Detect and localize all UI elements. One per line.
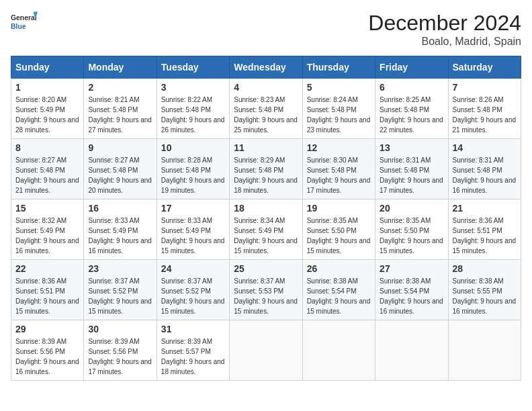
day-info: Sunrise: 8:31 AM Sunset: 5:48 PM Dayligh… bbox=[453, 155, 517, 195]
day-number: 23 bbox=[88, 263, 152, 274]
day-number: 25 bbox=[234, 263, 298, 274]
day-info: Sunrise: 8:33 AM Sunset: 5:49 PM Dayligh… bbox=[88, 216, 152, 256]
day-number: 13 bbox=[380, 142, 443, 153]
day-info: Sunrise: 8:30 AM Sunset: 5:48 PM Dayligh… bbox=[307, 155, 371, 195]
calendar-day-cell: 30 Sunrise: 8:39 AM Sunset: 5:56 PM Dayl… bbox=[84, 320, 157, 381]
logo-wave-icon: General Blue bbox=[11, 11, 38, 38]
day-number: 16 bbox=[88, 203, 152, 214]
calendar-day-cell: 26 Sunrise: 8:38 AM Sunset: 5:54 PM Dayl… bbox=[302, 260, 375, 320]
calendar-day-cell: 3 Sunrise: 8:22 AM Sunset: 5:48 PM Dayli… bbox=[157, 79, 229, 139]
calendar-header-row: Sunday Monday Tuesday Wednesday Thursday… bbox=[11, 56, 521, 79]
col-tuesday: Tuesday bbox=[157, 56, 229, 79]
calendar-day-cell: 12 Sunrise: 8:30 AM Sunset: 5:48 PM Dayl… bbox=[302, 139, 375, 199]
calendar-day-cell: 22 Sunrise: 8:36 AM Sunset: 5:51 PM Dayl… bbox=[11, 260, 84, 320]
day-info: Sunrise: 8:21 AM Sunset: 5:48 PM Dayligh… bbox=[88, 95, 152, 135]
day-number: 10 bbox=[161, 142, 225, 153]
day-info: Sunrise: 8:39 AM Sunset: 5:56 PM Dayligh… bbox=[15, 336, 79, 377]
calendar-day-cell: 7 Sunrise: 8:26 AM Sunset: 5:48 PM Dayli… bbox=[448, 79, 521, 139]
day-info: Sunrise: 8:36 AM Sunset: 5:51 PM Dayligh… bbox=[15, 276, 79, 316]
calendar-day-cell: 18 Sunrise: 8:34 AM Sunset: 5:49 PM Dayl… bbox=[230, 199, 302, 260]
calendar-day-cell: 16 Sunrise: 8:33 AM Sunset: 5:49 PM Dayl… bbox=[84, 199, 157, 260]
day-info: Sunrise: 8:31 AM Sunset: 5:48 PM Dayligh… bbox=[380, 155, 443, 195]
calendar-day-cell: 5 Sunrise: 8:24 AM Sunset: 5:48 PM Dayli… bbox=[302, 79, 375, 139]
day-info: Sunrise: 8:39 AM Sunset: 5:57 PM Dayligh… bbox=[161, 336, 225, 377]
day-number: 22 bbox=[15, 263, 79, 274]
calendar-day-cell bbox=[230, 320, 302, 381]
calendar-day-cell: 24 Sunrise: 8:37 AM Sunset: 5:52 PM Dayl… bbox=[157, 260, 229, 320]
day-info: Sunrise: 8:24 AM Sunset: 5:48 PM Dayligh… bbox=[307, 95, 371, 135]
day-info: Sunrise: 8:32 AM Sunset: 5:49 PM Dayligh… bbox=[15, 216, 79, 256]
calendar-day-cell: 28 Sunrise: 8:38 AM Sunset: 5:55 PM Dayl… bbox=[448, 260, 521, 320]
day-number: 24 bbox=[161, 263, 225, 274]
calendar-day-cell: 9 Sunrise: 8:27 AM Sunset: 5:48 PM Dayli… bbox=[84, 139, 157, 199]
day-info: Sunrise: 8:35 AM Sunset: 5:50 PM Dayligh… bbox=[380, 216, 443, 256]
svg-text:Blue: Blue bbox=[11, 23, 26, 30]
calendar-day-cell: 10 Sunrise: 8:28 AM Sunset: 5:48 PM Dayl… bbox=[157, 139, 229, 199]
calendar-day-cell: 15 Sunrise: 8:32 AM Sunset: 5:49 PM Dayl… bbox=[11, 199, 84, 260]
day-info: Sunrise: 8:39 AM Sunset: 5:56 PM Dayligh… bbox=[88, 336, 152, 377]
day-number: 7 bbox=[453, 82, 517, 93]
calendar-day-cell: 23 Sunrise: 8:37 AM Sunset: 5:52 PM Dayl… bbox=[84, 260, 157, 320]
day-number: 27 bbox=[380, 263, 443, 274]
day-info: Sunrise: 8:37 AM Sunset: 5:53 PM Dayligh… bbox=[234, 276, 298, 316]
day-number: 17 bbox=[161, 203, 225, 214]
day-number: 20 bbox=[380, 203, 443, 214]
day-number: 31 bbox=[161, 324, 225, 334]
svg-text:General: General bbox=[11, 14, 37, 21]
page-header: General Blue December 2024 Boalo, Madrid… bbox=[11, 11, 521, 48]
day-number: 21 bbox=[453, 203, 517, 214]
calendar-day-cell: 6 Sunrise: 8:25 AM Sunset: 5:48 PM Dayli… bbox=[375, 79, 448, 139]
day-number: 6 bbox=[380, 82, 443, 93]
calendar-week-row: 15 Sunrise: 8:32 AM Sunset: 5:49 PM Dayl… bbox=[11, 199, 521, 260]
calendar-week-row: 29 Sunrise: 8:39 AM Sunset: 5:56 PM Dayl… bbox=[11, 320, 521, 381]
day-info: Sunrise: 8:22 AM Sunset: 5:48 PM Dayligh… bbox=[161, 95, 225, 135]
day-number: 5 bbox=[307, 82, 371, 93]
col-wednesday: Wednesday bbox=[230, 56, 302, 79]
day-number: 29 bbox=[15, 324, 79, 334]
col-friday: Friday bbox=[375, 56, 448, 79]
calendar-day-cell bbox=[302, 320, 375, 381]
day-info: Sunrise: 8:37 AM Sunset: 5:52 PM Dayligh… bbox=[88, 276, 152, 316]
calendar-day-cell: 20 Sunrise: 8:35 AM Sunset: 5:50 PM Dayl… bbox=[375, 199, 448, 260]
calendar-day-cell bbox=[375, 320, 448, 381]
day-info: Sunrise: 8:38 AM Sunset: 5:54 PM Dayligh… bbox=[380, 276, 443, 316]
day-info: Sunrise: 8:34 AM Sunset: 5:49 PM Dayligh… bbox=[234, 216, 298, 256]
day-number: 11 bbox=[234, 142, 298, 153]
day-number: 18 bbox=[234, 203, 298, 214]
calendar-day-cell: 11 Sunrise: 8:29 AM Sunset: 5:48 PM Dayl… bbox=[230, 139, 302, 199]
day-number: 9 bbox=[88, 142, 152, 153]
calendar-day-cell bbox=[448, 320, 521, 381]
day-number: 3 bbox=[161, 82, 225, 93]
calendar-day-cell: 17 Sunrise: 8:33 AM Sunset: 5:49 PM Dayl… bbox=[157, 199, 229, 260]
calendar-day-cell: 8 Sunrise: 8:27 AM Sunset: 5:48 PM Dayli… bbox=[11, 139, 84, 199]
day-info: Sunrise: 8:36 AM Sunset: 5:51 PM Dayligh… bbox=[453, 216, 517, 256]
day-info: Sunrise: 8:23 AM Sunset: 5:48 PM Dayligh… bbox=[234, 95, 298, 135]
calendar-week-row: 22 Sunrise: 8:36 AM Sunset: 5:51 PM Dayl… bbox=[11, 260, 521, 320]
calendar-day-cell: 2 Sunrise: 8:21 AM Sunset: 5:48 PM Dayli… bbox=[84, 79, 157, 139]
day-number: 4 bbox=[234, 82, 298, 93]
month-title: December 2024 bbox=[368, 11, 521, 36]
calendar-day-cell: 27 Sunrise: 8:38 AM Sunset: 5:54 PM Dayl… bbox=[375, 260, 448, 320]
day-info: Sunrise: 8:27 AM Sunset: 5:48 PM Dayligh… bbox=[88, 155, 152, 195]
col-monday: Monday bbox=[84, 56, 157, 79]
day-number: 26 bbox=[307, 263, 371, 274]
day-info: Sunrise: 8:28 AM Sunset: 5:48 PM Dayligh… bbox=[161, 155, 225, 195]
day-info: Sunrise: 8:33 AM Sunset: 5:49 PM Dayligh… bbox=[161, 216, 225, 256]
day-info: Sunrise: 8:20 AM Sunset: 5:49 PM Dayligh… bbox=[15, 95, 79, 135]
location: Boalo, Madrid, Spain bbox=[368, 36, 521, 48]
day-number: 8 bbox=[15, 142, 79, 153]
col-thursday: Thursday bbox=[302, 56, 375, 79]
day-info: Sunrise: 8:38 AM Sunset: 5:55 PM Dayligh… bbox=[453, 276, 517, 316]
day-info: Sunrise: 8:29 AM Sunset: 5:48 PM Dayligh… bbox=[234, 155, 298, 195]
day-number: 28 bbox=[453, 263, 517, 274]
calendar-week-row: 1 Sunrise: 8:20 AM Sunset: 5:49 PM Dayli… bbox=[11, 79, 521, 139]
day-number: 15 bbox=[15, 203, 79, 214]
day-info: Sunrise: 8:25 AM Sunset: 5:48 PM Dayligh… bbox=[380, 95, 443, 135]
day-number: 14 bbox=[453, 142, 517, 153]
day-info: Sunrise: 8:37 AM Sunset: 5:52 PM Dayligh… bbox=[161, 276, 225, 316]
day-info: Sunrise: 8:26 AM Sunset: 5:48 PM Dayligh… bbox=[453, 95, 517, 135]
calendar-table: Sunday Monday Tuesday Wednesday Thursday… bbox=[11, 56, 521, 381]
calendar-day-cell: 29 Sunrise: 8:39 AM Sunset: 5:56 PM Dayl… bbox=[11, 320, 84, 381]
calendar-day-cell: 1 Sunrise: 8:20 AM Sunset: 5:49 PM Dayli… bbox=[11, 79, 84, 139]
calendar-day-cell: 4 Sunrise: 8:23 AM Sunset: 5:48 PM Dayli… bbox=[230, 79, 302, 139]
